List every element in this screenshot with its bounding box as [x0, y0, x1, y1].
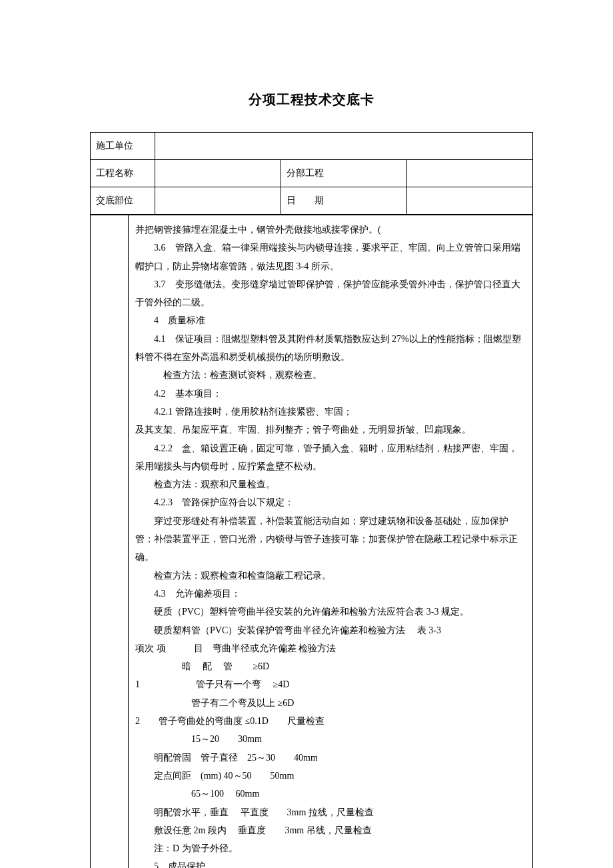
span: 管子有二个弯及以上 ≥6D	[191, 698, 294, 708]
document-title: 分项工程技术交底卡	[90, 87, 533, 112]
body-line: 敷设任意 2m 段内 垂直度 3mm 吊线，尺量检查	[135, 821, 526, 839]
header-table: 施工单位 工程名称 分部工程 交底部位 日 期	[90, 132, 533, 215]
body-line: 并把钢管接箍埋在混凝土中，钢管外壳做接地或接零保护。(	[135, 221, 526, 239]
body-line: 项次 项 目 弯曲半径或允许偏差 检验方法	[135, 639, 526, 657]
body-line: 4.2 基本项目：	[135, 385, 526, 403]
body-line: 5 成品保护	[135, 857, 526, 868]
body-line: 暗配管 ≥6D	[135, 657, 526, 675]
value-construction-unit	[155, 133, 533, 160]
label-disclosure-part: 交底部位	[91, 187, 155, 215]
body-table: 并把钢管接箍埋在混凝土中，钢管外壳做接地或接零保护。( 3.6 管路入盒、箱一律…	[90, 215, 533, 868]
body-line: 3.6 管路入盒、箱一律采用端接头与内锁母连接，要求平正、牢固。向上立管管口采用…	[135, 239, 526, 275]
body-line: 4.3 允许偏差项目：	[135, 585, 526, 603]
body-side-cell	[91, 215, 129, 869]
body-line: 定点间距 (mm) 40～50 50mm	[135, 767, 526, 785]
value-subproject	[407, 160, 533, 187]
body-line: 穿过变形缝处有补偿装置，补偿装置能活动自如；穿过建筑物和设备基础处，应加保护管；…	[135, 512, 526, 567]
label-date: 日 期	[281, 187, 407, 215]
label-construction-unit: 施工单位	[91, 133, 155, 160]
span: 暗配管	[182, 661, 243, 671]
body-line: 1 管子只有一个弯 ≥4D	[135, 675, 526, 693]
body-line: 检查方法：检查测试资料，观察检查。	[135, 366, 526, 384]
label-subproject: 分部工程	[281, 160, 407, 187]
body-line: 4.2.1 管路连接时，使用胶粘剂连接紧密、牢固；	[135, 403, 526, 421]
body-line: 检查方法：观察和尺量检查。	[135, 475, 526, 493]
label-project-name: 工程名称	[91, 160, 155, 187]
body-line: 明配管固 管子直径 25～30 40mm	[135, 749, 526, 767]
body-line: 4.1 保证项目：阻燃型塑料管及其附件材质氧指数应达到 27%以上的性能指标；阻…	[135, 330, 526, 367]
body-line: 4.2.3 管路保护应符合以下规定：	[135, 493, 526, 511]
body-line: 4.2.2 盒、箱设置正确，固定可靠，管子插入盒、箱时，应用粘结剂，粘接严密、牢…	[135, 439, 526, 476]
body-line: 15～20 30mm	[135, 730, 526, 748]
span: 15～20 30mm	[191, 734, 262, 744]
header-row-1: 施工单位	[91, 133, 533, 160]
value-disclosure-part	[155, 187, 281, 215]
body-line: 检查方法：观察检查和检查隐蔽工程记录。	[135, 567, 526, 585]
body-content: 并把钢管接箍埋在混凝土中，钢管外壳做接地或接零保护。( 3.6 管路入盒、箱一律…	[133, 221, 528, 868]
value-date	[407, 187, 533, 215]
body-line: 65～100 60mm	[135, 785, 526, 803]
header-row-2: 工程名称 分部工程	[91, 160, 533, 187]
body-line: 硬质（PVC）塑料管弯曲半径安装的允许偏差和检验方法应符合表 3-3 规定。	[135, 603, 526, 621]
body-line: 硬质塑料管（PVC）安装保护管弯曲半径允许偏差和检验方法 表 3-3	[135, 621, 526, 639]
body-line: 4 质量标准	[135, 311, 526, 329]
header-row-3: 交底部位 日 期	[91, 187, 533, 215]
body-content-cell: 并把钢管接箍埋在混凝土中，钢管外壳做接地或接零保护。( 3.6 管路入盒、箱一律…	[129, 215, 533, 869]
body-line: 2 管子弯曲处的弯曲度 ≤0.1D 尺量检查	[135, 712, 526, 730]
value-project-name	[155, 160, 281, 187]
body-line: 管子有二个弯及以上 ≥6D	[135, 694, 526, 712]
body-line: 明配管水平，垂直 平直度 3mm 拉线，尺量检查	[135, 803, 526, 821]
page: 分项工程技术交底卡 施工单位 工程名称 分部工程 交底部位 日 期 并把钢管接箍…	[0, 0, 613, 868]
body-line: 及其支架、吊架应平直、牢固、排列整齐；管子弯曲处，无明显折皱、凹扁现象。	[135, 421, 526, 439]
body-line: 注：D 为管子外径。	[135, 839, 526, 857]
span: 65～100 60mm	[191, 789, 259, 799]
body-line: 3.7 变形缝做法。变形缝穿墙过管即保护管，保护管应能承受管外冲击，保护管口径直…	[135, 275, 526, 312]
